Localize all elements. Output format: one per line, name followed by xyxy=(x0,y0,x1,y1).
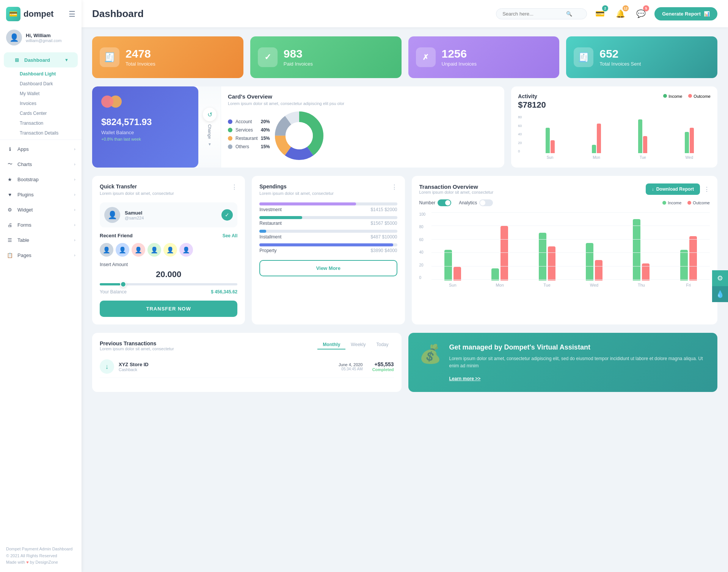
legend-income: Income xyxy=(662,201,681,205)
footer-company: Dompet Payment Admin Dashboard xyxy=(6,546,75,553)
hamburger-icon[interactable]: ☰ xyxy=(69,9,75,19)
download-report-button[interactable]: ↓ Download Report xyxy=(646,183,700,195)
account-dot xyxy=(228,119,232,124)
toggle-analytics[interactable] xyxy=(479,199,493,206)
generate-btn-label: Generate Report xyxy=(662,11,701,17)
plugins-icon: ♥ xyxy=(6,191,14,198)
download-btn-label: Download Report xyxy=(656,186,694,192)
generate-report-button[interactable]: Generate Report 📊 xyxy=(654,7,717,20)
recent-friend-label: Recent Friend xyxy=(100,233,133,238)
wallet-badge: 2 xyxy=(602,5,608,11)
main-content: Dashboard 🔍 💳 2 🔔 12 💬 5 Generate Report… xyxy=(82,0,728,572)
co-row-others: Others 15% xyxy=(228,144,270,149)
trans-date-time: June 4, 2020 05:34:45 AM xyxy=(339,362,363,371)
card-overview-section: $824,571.93 Wallet Balance +0.8% than la… xyxy=(92,86,504,168)
submenu-item-invoices[interactable]: Invoices xyxy=(14,99,82,108)
refresh-icon: ↺ xyxy=(203,108,217,121)
to-legend: Income Outcome xyxy=(662,201,710,205)
big-bar-group-fri xyxy=(667,236,710,281)
services-dot xyxy=(228,128,232,132)
submenu-item-transaction[interactable]: Transaction xyxy=(14,118,82,128)
to-header: Transaction Overview Lorem ipsum dolor s… xyxy=(419,183,710,195)
sidebar-item-bootstrap[interactable]: ★ Bootstrap › xyxy=(0,172,82,187)
submenu-item-transaction-details[interactable]: Transaction Details xyxy=(14,128,82,138)
sidebar-item-pages[interactable]: 📋 Pages › xyxy=(0,248,82,263)
big-x-sun: Sun xyxy=(431,283,474,287)
va-learn-more[interactable]: Learn more >> xyxy=(449,376,481,381)
restaurant-name: Restaurant xyxy=(235,136,258,141)
amount-slider[interactable] xyxy=(100,283,237,285)
quick-transfer-menu[interactable]: ⋮ xyxy=(231,183,237,191)
settings-button[interactable]: ⚙ xyxy=(712,270,728,286)
big-x-thu: Thu xyxy=(620,283,662,287)
change-label: Change xyxy=(207,124,212,139)
svg-point-5 xyxy=(286,122,313,149)
outcome-circle xyxy=(687,201,691,205)
user-name: Hi, William xyxy=(26,33,61,38)
va-content: Get managed by Dompet's Virtual Assistan… xyxy=(449,343,707,381)
message-icon-btn[interactable]: 💬 5 xyxy=(634,7,648,20)
last-row: Previous Transactions Lorem ipsum dolor … xyxy=(92,333,717,392)
contact-name: Samuel xyxy=(125,210,144,216)
chevron-right-icon7: › xyxy=(74,238,75,242)
apps-icon: ℹ xyxy=(6,145,14,153)
transfer-now-button[interactable]: TRANSFER NOW xyxy=(100,301,237,317)
submenu-item-cards[interactable]: Cards Center xyxy=(14,108,82,118)
wallet-label: Wallet Balance xyxy=(101,130,189,135)
x-label-wed: Wed xyxy=(668,155,711,160)
notification-icon-btn[interactable]: 🔔 12 xyxy=(613,7,627,20)
stat-number-total: 2478 xyxy=(126,48,155,60)
wallet-icon-btn[interactable]: 💳 2 xyxy=(593,7,607,20)
big-bar-fri-r xyxy=(689,236,697,281)
submenu-item-light[interactable]: Dashboard Light xyxy=(14,69,82,79)
others-dot xyxy=(228,144,232,149)
change-button[interactable]: ↺ Change ▼ xyxy=(198,86,221,168)
sidebar-item-forms[interactable]: 🖨 Forms › xyxy=(0,217,82,232)
sidebar-item-apps[interactable]: ℹ Apps › xyxy=(0,141,82,157)
bar-group-sun xyxy=(529,119,571,153)
sidebar-forms-label: Forms xyxy=(17,222,31,228)
big-x-tue: Tue xyxy=(526,283,568,287)
big-bar-group-thu xyxy=(620,219,662,281)
bar-wed-green xyxy=(685,132,689,153)
tab-weekly[interactable]: Weekly xyxy=(345,340,371,349)
submenu-item-wallet[interactable]: My Wallet xyxy=(14,89,82,99)
tab-monthly[interactable]: Monthly xyxy=(317,340,345,349)
theme-button[interactable]: 💧 xyxy=(712,286,728,302)
sidebar-item-dashboard[interactable]: ⊞ Dashboard ▼ xyxy=(7,52,75,67)
view-more-button[interactable]: View More xyxy=(259,260,397,276)
chevron-right-icon3: › xyxy=(74,177,75,182)
services-pct: 40% xyxy=(261,127,270,133)
stat-label-sent: Total Invoices Sent xyxy=(599,61,641,67)
friends-avatars: 👤 👤 👤 👤 👤 👤 xyxy=(100,243,237,257)
toggle-number[interactable] xyxy=(438,199,451,206)
bar-group-tue xyxy=(621,119,664,153)
see-all-link[interactable]: See All xyxy=(223,233,238,238)
sidebar-item-plugins[interactable]: ♥ Plugins › xyxy=(0,187,82,202)
sidebar-item-widget[interactable]: ⚙ Widget › xyxy=(0,202,82,217)
account-name: Account xyxy=(235,119,258,124)
stat-info-paid: 983 Paid Invoices xyxy=(284,48,313,67)
tab-today[interactable]: Today xyxy=(371,340,394,349)
submenu-item-dark[interactable]: Dashboard Dark xyxy=(14,79,82,89)
trans-name: XYZ Store ID xyxy=(119,362,149,367)
wallet-card: $824,571.93 Wallet Balance +0.8% than la… xyxy=(92,86,198,168)
to-menu[interactable]: ⋮ xyxy=(704,186,710,193)
bar-tue-green xyxy=(638,119,642,153)
to-title: Transaction Overview xyxy=(419,183,494,190)
friend-3: 👤 xyxy=(132,243,145,257)
big-bar-thu-g xyxy=(633,219,640,281)
activity-amount: $78120 xyxy=(518,100,711,110)
bar-wed-red xyxy=(690,128,694,153)
sidebar-charts-label: Charts xyxy=(17,161,32,167)
virtual-assistant-card: 💰 Get managed by Dompet's Virtual Assist… xyxy=(408,333,718,392)
search-icon[interactable]: 🔍 xyxy=(566,11,572,17)
previous-transactions-card: Previous Transactions Lorem ipsum dolor … xyxy=(92,333,402,392)
spendings-menu[interactable]: ⋮ xyxy=(391,183,397,191)
big-y-axis: 100806040200 xyxy=(419,212,426,280)
sidebar-item-table[interactable]: ☰ Table › xyxy=(0,232,82,248)
sidebar-item-charts[interactable]: 〜 Charts › xyxy=(0,157,82,172)
chevron-right-icon8: › xyxy=(74,253,75,257)
search-input[interactable] xyxy=(502,11,563,17)
sidebar-widget-label: Widget xyxy=(17,207,33,213)
